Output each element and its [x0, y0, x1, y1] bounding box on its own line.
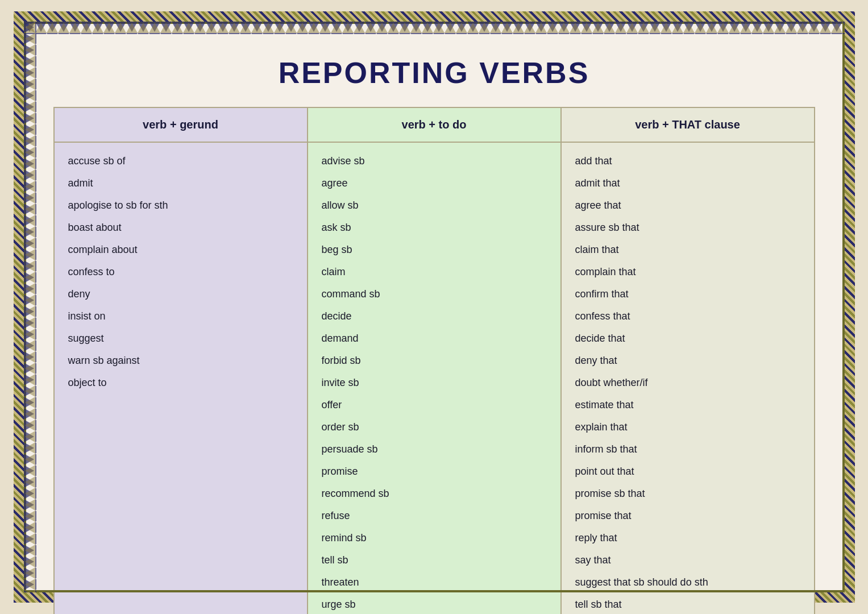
- list-item: agree that: [573, 195, 803, 216]
- list-item: complain about: [66, 239, 296, 260]
- list-item: confess to: [66, 262, 296, 283]
- list-item: claim: [319, 262, 549, 283]
- list-item: invite sb: [319, 372, 549, 393]
- main-table: verb + gerund accuse sb of admit apologi…: [53, 107, 815, 614]
- col-todo-header: verb + to do: [308, 108, 560, 143]
- col-gerund-header: verb + gerund: [55, 108, 307, 143]
- list-item: claim that: [573, 239, 803, 260]
- list-item: admit: [66, 173, 296, 194]
- column-gerund: verb + gerund accuse sb of admit apologi…: [55, 108, 308, 614]
- list-item: remind sb: [319, 528, 549, 549]
- page-title: REPORTING VERBS: [279, 56, 590, 90]
- list-item: deny: [66, 284, 296, 305]
- svg-rect-4: [24, 22, 845, 34]
- list-item: apologise to sb for sth: [66, 195, 296, 216]
- list-item: ask sb: [319, 217, 549, 238]
- list-item: command sb: [319, 284, 549, 305]
- list-item: urge sb: [319, 594, 549, 614]
- list-item: complain that: [573, 262, 803, 283]
- list-item: promise that: [573, 505, 803, 526]
- column-todo: verb + to do advise sb agree allow sb as…: [308, 108, 562, 614]
- list-item: warn sb against: [66, 350, 296, 371]
- list-item: object to: [66, 372, 296, 393]
- list-item: add that: [573, 151, 803, 172]
- list-item: estimate that: [573, 395, 803, 416]
- list-item: accuse sb of: [66, 151, 296, 172]
- list-item: decide: [319, 306, 549, 327]
- list-item: order sb: [319, 417, 549, 438]
- list-item: confirm that: [573, 284, 803, 305]
- list-item: tell sb that: [573, 594, 803, 614]
- list-item: promise: [319, 461, 549, 482]
- col-that-items: add that admit that agree that assure sb…: [562, 143, 814, 614]
- col-todo-items: advise sb agree allow sb ask sb beg sb c…: [308, 143, 560, 614]
- list-item: agree: [319, 173, 549, 194]
- list-item: advise sb: [319, 151, 549, 172]
- list-item: suggest: [66, 328, 296, 349]
- list-item: confess that: [573, 306, 803, 327]
- list-item: promise sb that: [573, 483, 803, 504]
- list-item: beg sb: [319, 239, 549, 260]
- list-item: threaten: [319, 572, 549, 593]
- list-item: refuse: [319, 505, 549, 526]
- list-item: doubt whether/if: [573, 372, 803, 393]
- list-item: forbid sb: [319, 350, 549, 371]
- svg-rect-6: [24, 22, 36, 592]
- list-item: say that: [573, 550, 803, 571]
- list-item: inform sb that: [573, 439, 803, 460]
- list-item: allow sb: [319, 195, 549, 216]
- list-item: deny that: [573, 350, 803, 371]
- list-item: admit that: [573, 173, 803, 194]
- page-container: REPORTING VERBS verb + gerund accuse sb …: [14, 11, 855, 603]
- list-item: reply that: [573, 528, 803, 549]
- list-item: demand: [319, 328, 549, 349]
- list-item: tell sb: [319, 550, 549, 571]
- list-item: recommend sb: [319, 483, 549, 504]
- col-gerund-items: accuse sb of admit apologise to sb for s…: [55, 143, 307, 401]
- list-item: suggest that sb should do sth: [573, 572, 803, 593]
- list-item: boast about: [66, 217, 296, 238]
- list-item: explain that: [573, 417, 803, 438]
- list-item: persuade sb: [319, 439, 549, 460]
- list-item: offer: [319, 395, 549, 416]
- col-that-header: verb + THAT clause: [562, 108, 814, 143]
- list-item: decide that: [573, 328, 803, 349]
- list-item: point out that: [573, 461, 803, 482]
- list-item: assure sb that: [573, 217, 803, 238]
- list-item: insist on: [66, 306, 296, 327]
- column-that: verb + THAT clause add that admit that a…: [562, 108, 814, 614]
